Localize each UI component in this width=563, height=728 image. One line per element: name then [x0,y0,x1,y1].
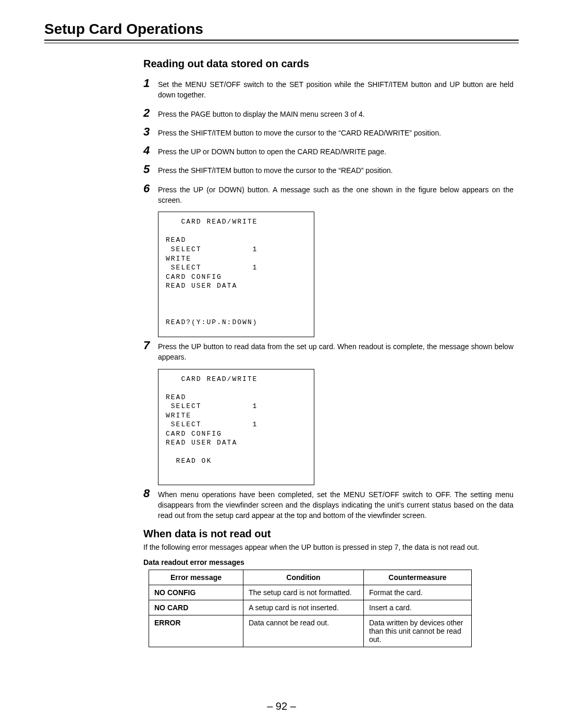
subsection-body: If the following error messages appear w… [143,542,513,552]
step-text: Press the UP or DOWN button to open the … [158,144,513,157]
step-item: 8 When menu operations have been complet… [143,487,513,521]
step-number: 4 [143,144,158,157]
step-item: 6 Press the UP (or DOWN) button. A messa… [143,182,513,206]
error-table: Error message Condition Countermeasure N… [149,570,472,647]
step-number: 8 [143,487,158,500]
content-area: Reading out data stored on cards 1 Set t… [44,58,519,647]
page: Setup Card Operations Reading out data s… [0,0,563,728]
error-message-cell: NO CARD [149,600,243,615]
screen-display-1: CARD READ/WRITE READ SELECT 1 WRITE SELE… [158,212,314,337]
step-text: When menu operations have been completed… [158,487,513,521]
error-message-cell: ERROR [149,615,243,647]
step-item: 1 Set the MENU SET/OFF switch to the SET… [143,77,513,101]
countermeasure-cell: Data written by devices other than this … [364,615,472,647]
condition-cell: Data cannot be read out. [243,615,364,647]
table-row: ERROR Data cannot be read out. Data writ… [149,615,472,647]
step-number: 2 [143,107,158,119]
step-item: 3 Press the SHIFT/ITEM button to move th… [143,126,513,138]
screen-display-2: CARD READ/WRITE READ SELECT 1 WRITE SELE… [158,369,314,485]
table-row: NO CONFIG The setup card is not formatte… [149,585,472,600]
col-header-counter: Countermeasure [364,570,472,585]
step-number: 7 [143,339,158,352]
step-text: Press the SHIFT/ITEM button to move the … [158,163,513,176]
step-number: 6 [143,182,158,195]
table-title: Data readout error messages [143,558,513,566]
step-list-cont: 7 Press the UP button to read data from … [143,339,513,363]
step-item: 4 Press the UP or DOWN button to open th… [143,144,513,157]
step-item: 2 Press the PAGE button to display the M… [143,107,513,119]
step-text: Set the MENU SET/OFF switch to the SET p… [158,77,513,101]
countermeasure-cell: Format the card. [364,585,472,600]
step-text: Press the UP (or DOWN) button. A message… [158,182,513,206]
condition-cell: The setup card is not formatted. [243,585,364,600]
table-row: NO CARD A setup card is not inserted. In… [149,600,472,615]
step-item: 5 Press the SHIFT/ITEM button to move th… [143,163,513,176]
table-header-row: Error message Condition Countermeasure [149,570,472,585]
countermeasure-cell: Insert a card. [364,600,472,615]
page-title: Setup Card Operations [44,21,519,38]
col-header-error: Error message [149,570,243,585]
step-text: Press the UP button to read data from th… [158,339,513,363]
error-message-cell: NO CONFIG [149,585,243,600]
title-rule [44,40,519,43]
step-text: Press the SHIFT/ITEM button to move the … [158,126,513,138]
condition-cell: A setup card is not inserted. [243,600,364,615]
section-heading: Reading out data stored on cards [143,58,513,70]
step-item: 7 Press the UP button to read data from … [143,339,513,363]
step-list: 1 Set the MENU SET/OFF switch to the SET… [143,77,513,205]
step-number: 5 [143,163,158,176]
step-number: 3 [143,126,158,138]
page-number: – 92 – [0,700,563,712]
step-text: Press the PAGE button to display the MAI… [158,107,513,119]
step-number: 1 [143,77,158,90]
step-list-cont-2: 8 When menu operations have been complet… [143,487,513,521]
subsection-heading: When data is not read out [143,528,513,540]
col-header-condition: Condition [243,570,364,585]
